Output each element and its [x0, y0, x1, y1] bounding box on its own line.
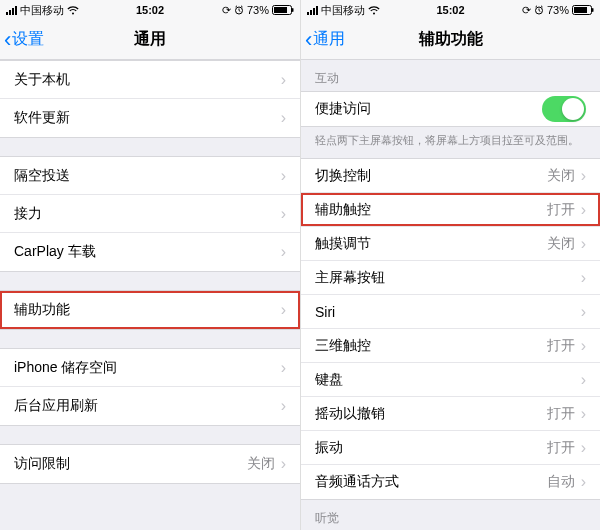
- settings-list[interactable]: 关于本机›软件更新›隔空投送›接力›CarPlay 车载›辅助功能›iPhone…: [0, 60, 300, 530]
- row-value: 关闭: [247, 455, 275, 473]
- chevron-right-icon: ›: [281, 71, 286, 89]
- group-interact-rows: 切换控制关闭›辅助触控打开›触摸调节关闭›主屏幕按钮›Siri›三维触控打开›键…: [301, 158, 600, 500]
- row-label: 主屏幕按钮: [315, 269, 581, 287]
- row-label: 关于本机: [14, 71, 281, 89]
- chevron-right-icon: ›: [581, 473, 586, 491]
- row-label: 键盘: [315, 371, 581, 389]
- row-storage[interactable]: iPhone 储存空间›: [0, 349, 300, 387]
- section-header-hearing: 听觉: [301, 500, 600, 530]
- row-label: 便捷访问: [315, 100, 542, 118]
- settings-group: 关于本机›软件更新›: [0, 60, 300, 138]
- settings-group: 访问限制关闭›: [0, 444, 300, 484]
- chevron-right-icon: ›: [281, 243, 286, 261]
- row-restrictions[interactable]: 访问限制关闭›: [0, 445, 300, 483]
- chevron-right-icon: ›: [581, 303, 586, 321]
- row-accessibility[interactable]: 辅助功能›: [0, 291, 300, 329]
- chevron-right-icon: ›: [281, 109, 286, 127]
- row-value: 自动: [547, 473, 575, 491]
- settings-group: 隔空投送›接力›CarPlay 车载›: [0, 156, 300, 272]
- settings-group: iPhone 储存空间›后台应用刷新›: [0, 348, 300, 426]
- chevron-left-icon: ‹: [4, 29, 11, 51]
- row-label: 后台应用刷新: [14, 397, 281, 415]
- row-carplay[interactable]: CarPlay 车载›: [0, 233, 300, 271]
- row-reachability[interactable]: 便捷访问: [301, 92, 600, 126]
- row-label: iPhone 储存空间: [14, 359, 281, 377]
- nav-bar: ‹ 通用 辅助功能: [301, 20, 600, 60]
- row-three-d-touch[interactable]: 三维触控打开›: [301, 329, 600, 363]
- chevron-right-icon: ›: [281, 455, 286, 473]
- chevron-right-icon: ›: [581, 337, 586, 355]
- clock: 15:02: [301, 4, 600, 16]
- row-label: 音频通话方式: [315, 473, 547, 491]
- reachability-toggle[interactable]: [542, 96, 586, 122]
- chevron-right-icon: ›: [581, 405, 586, 423]
- row-switch-control[interactable]: 切换控制关闭›: [301, 159, 600, 193]
- row-label: 摇动以撤销: [315, 405, 547, 423]
- back-button-settings[interactable]: ‹ 设置: [0, 29, 44, 51]
- row-touch-accommodations[interactable]: 触摸调节关闭›: [301, 227, 600, 261]
- status-bar: 中国移动 15:02 ⟳ 73%: [0, 0, 300, 20]
- row-value: 打开: [547, 201, 575, 219]
- row-label: 辅助触控: [315, 201, 547, 219]
- row-label: 触摸调节: [315, 235, 547, 253]
- row-value: 关闭: [547, 167, 575, 185]
- back-label: 通用: [313, 29, 345, 50]
- chevron-right-icon: ›: [281, 397, 286, 415]
- reachability-footer: 轻点两下主屏幕按钮，将屏幕上方项目拉至可及范围。: [301, 127, 600, 158]
- row-label: CarPlay 车载: [14, 243, 281, 261]
- row-software-update[interactable]: 软件更新›: [0, 99, 300, 137]
- page-title: 通用: [0, 29, 300, 50]
- row-label: 切换控制: [315, 167, 547, 185]
- row-value: 关闭: [547, 235, 575, 253]
- chevron-left-icon: ‹: [305, 29, 312, 51]
- right-phone-accessibility: 中国移动 15:02 ⟳ 73% ‹ 通用 辅助功能 互动 便捷访问 轻点两下主…: [300, 0, 600, 530]
- row-home-button[interactable]: 主屏幕按钮›: [301, 261, 600, 295]
- chevron-right-icon: ›: [281, 359, 286, 377]
- clock: 15:02: [0, 4, 300, 16]
- page-title: 辅助功能: [301, 29, 600, 50]
- row-shake-undo[interactable]: 摇动以撤销打开›: [301, 397, 600, 431]
- row-value: 打开: [547, 405, 575, 423]
- row-label: 访问限制: [14, 455, 247, 473]
- row-label: Siri: [315, 304, 581, 320]
- chevron-right-icon: ›: [581, 167, 586, 185]
- group-reachability: 便捷访问: [301, 91, 600, 127]
- row-airdrop[interactable]: 隔空投送›: [0, 157, 300, 195]
- row-value: 打开: [547, 439, 575, 457]
- nav-bar: ‹ 设置 通用: [0, 20, 300, 60]
- row-handoff[interactable]: 接力›: [0, 195, 300, 233]
- row-label: 隔空投送: [14, 167, 281, 185]
- chevron-right-icon: ›: [581, 201, 586, 219]
- row-vibration[interactable]: 振动打开›: [301, 431, 600, 465]
- chevron-right-icon: ›: [581, 371, 586, 389]
- row-background-refresh[interactable]: 后台应用刷新›: [0, 387, 300, 425]
- left-phone-general: 中国移动 15:02 ⟳ 73% ‹ 设置 通用 关于本机›软件更新›隔空投送›…: [0, 0, 300, 530]
- row-siri[interactable]: Siri›: [301, 295, 600, 329]
- chevron-right-icon: ›: [281, 205, 286, 223]
- row-value: 打开: [547, 337, 575, 355]
- row-call-audio[interactable]: 音频通话方式自动›: [301, 465, 600, 499]
- row-keyboard[interactable]: 键盘›: [301, 363, 600, 397]
- status-bar: 中国移动 15:02 ⟳ 73%: [301, 0, 600, 20]
- row-label: 辅助功能: [14, 301, 281, 319]
- row-label: 振动: [315, 439, 547, 457]
- chevron-right-icon: ›: [581, 235, 586, 253]
- chevron-right-icon: ›: [281, 301, 286, 319]
- back-label: 设置: [12, 29, 44, 50]
- row-assistive-touch[interactable]: 辅助触控打开›: [301, 193, 600, 227]
- section-header-interact: 互动: [301, 60, 600, 91]
- accessibility-list[interactable]: 互动 便捷访问 轻点两下主屏幕按钮，将屏幕上方项目拉至可及范围。 切换控制关闭›…: [301, 60, 600, 530]
- back-button-general[interactable]: ‹ 通用: [301, 29, 345, 51]
- chevron-right-icon: ›: [281, 167, 286, 185]
- row-label: 三维触控: [315, 337, 547, 355]
- chevron-right-icon: ›: [581, 269, 586, 287]
- settings-group: 辅助功能›: [0, 290, 300, 330]
- chevron-right-icon: ›: [581, 439, 586, 457]
- row-about[interactable]: 关于本机›: [0, 61, 300, 99]
- row-label: 软件更新: [14, 109, 281, 127]
- row-label: 接力: [14, 205, 281, 223]
